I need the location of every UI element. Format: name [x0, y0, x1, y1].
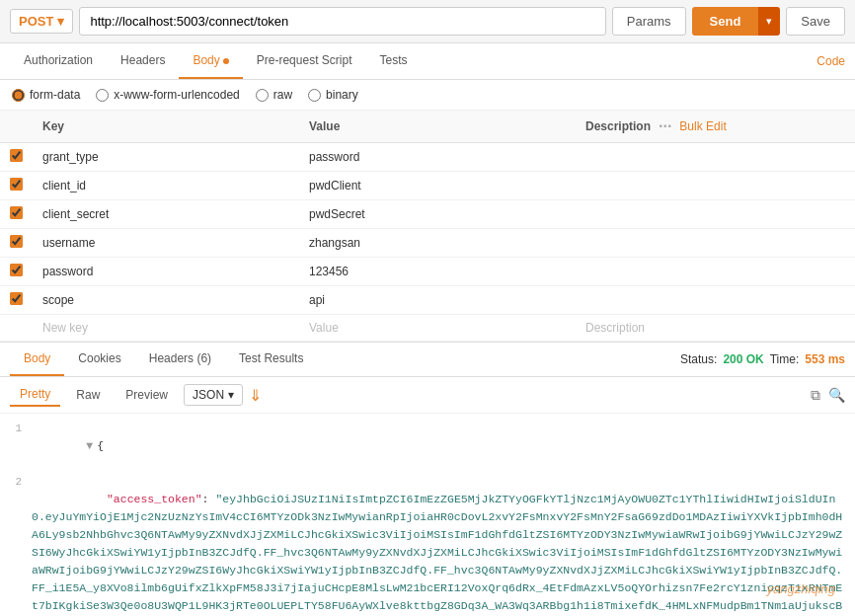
tab-authorization[interactable]: Authorization [10, 43, 107, 79]
row-value[interactable]: api [299, 286, 576, 315]
watermark: yangzhiqing [767, 581, 835, 596]
send-button[interactable]: Send [692, 7, 759, 36]
row-checkbox-cell [0, 286, 33, 315]
params-button[interactable]: Params [612, 7, 686, 36]
res-tab-test-results[interactable]: Test Results [225, 343, 317, 376]
body-type-urlencoded[interactable]: x-www-form-urlencoded [96, 88, 239, 102]
body-type-binary[interactable]: binary [308, 88, 358, 102]
format-tab-pretty[interactable]: Pretty [10, 383, 60, 407]
status-code: 200 OK [723, 352, 763, 366]
row-checkbox[interactable] [10, 235, 23, 248]
table-row: scope api [0, 286, 855, 315]
format-bar: Pretty Raw Preview JSON ▾ ⇓ ⧉ 🔍 [0, 377, 855, 414]
res-tab-headers[interactable]: Headers (6) [135, 343, 225, 376]
code-line-2: 2 "access_token": "eyJhbGciOiJSUzI1NiIsI… [0, 473, 855, 616]
new-row-value[interactable]: Value [299, 315, 576, 342]
table-row: grant_type password [0, 143, 855, 172]
th-checkbox [0, 111, 33, 143]
table-row: username zhangsan [0, 229, 855, 258]
send-btn-group: Send ▾ [692, 7, 781, 36]
tab-tests[interactable]: Tests [365, 43, 421, 79]
row-description[interactable] [576, 258, 855, 286]
copy-button[interactable]: ⧉ [811, 387, 820, 404]
format-actions: ⧉ 🔍 [811, 387, 845, 404]
status-label: Status: [680, 352, 717, 366]
res-tab-cookies[interactable]: Cookies [64, 343, 134, 376]
th-description-group: Description ··· Bulk Edit [576, 111, 855, 143]
row-value[interactable]: pwdSecret [299, 200, 576, 229]
body-types: form-data x-www-form-urlencoded raw bina… [0, 80, 855, 111]
row-checkbox[interactable] [10, 292, 23, 305]
row-value[interactable]: 123456 [299, 258, 576, 286]
top-bar: POST ▾ Params Send ▾ Save [0, 0, 855, 43]
row-checkbox[interactable] [10, 178, 23, 191]
more-icon[interactable]: ··· [659, 117, 671, 135]
request-tabs: Authorization Headers Body Pre-request S… [0, 43, 855, 80]
method-select[interactable]: POST ▾ [10, 9, 73, 34]
th-value: Value [299, 111, 576, 143]
status-info: Status: 200 OK Time: 553 ms [680, 352, 845, 366]
response-tabs: Body Cookies Headers (6) Test Results St… [0, 343, 855, 377]
new-row-checkbox-cell [0, 315, 33, 342]
res-tab-body[interactable]: Body [10, 343, 64, 376]
table-row: client_id pwdClient [0, 172, 855, 200]
method-label: POST [19, 14, 53, 29]
row-checkbox-cell [0, 172, 33, 200]
time-label: Time: [770, 352, 800, 366]
row-checkbox-cell [0, 229, 33, 258]
row-description[interactable] [576, 229, 855, 258]
body-dot [223, 58, 229, 64]
row-key[interactable]: username [33, 229, 299, 258]
response-section: Body Cookies Headers (6) Test Results St… [0, 342, 855, 616]
row-key[interactable]: grant_type [33, 143, 299, 172]
table-row: client_secret pwdSecret [0, 200, 855, 229]
new-row-key[interactable]: New key [33, 315, 299, 342]
row-checkbox[interactable] [10, 149, 23, 162]
method-dropdown-icon: ▾ [57, 14, 64, 29]
row-description[interactable] [576, 200, 855, 229]
json-format-select[interactable]: JSON ▾ [184, 384, 243, 406]
row-description[interactable] [576, 143, 855, 172]
format-tab-raw[interactable]: Raw [66, 384, 110, 406]
th-key: Key [33, 111, 299, 143]
row-value[interactable]: password [299, 143, 576, 172]
table-row: password 123456 [0, 258, 855, 286]
bulk-edit-button[interactable]: Bulk Edit [679, 119, 726, 133]
body-type-form-data[interactable]: form-data [12, 88, 80, 102]
row-checkbox[interactable] [10, 206, 23, 219]
row-value[interactable]: pwdClient [299, 172, 576, 200]
status-time: 553 ms [805, 352, 845, 366]
json-dropdown-icon: ▾ [228, 388, 234, 402]
row-description[interactable] [576, 286, 855, 315]
tab-headers[interactable]: Headers [107, 43, 179, 79]
filter-icon[interactable]: ⇓ [249, 386, 262, 405]
code-link[interactable]: Code [816, 44, 845, 78]
url-input[interactable] [79, 7, 605, 36]
row-key[interactable]: client_id [33, 172, 299, 200]
row-description[interactable] [576, 172, 855, 200]
search-button[interactable]: 🔍 [828, 387, 845, 404]
tab-prerequest[interactable]: Pre-request Script [243, 43, 366, 79]
params-table: Key Value Description ··· Bulk Edit gran… [0, 111, 855, 342]
new-row: New key Value Description [0, 315, 855, 342]
row-key[interactable]: password [33, 258, 299, 286]
tab-body[interactable]: Body [179, 43, 242, 79]
row-key[interactable]: client_secret [33, 200, 299, 229]
body-type-raw[interactable]: raw [256, 88, 292, 102]
code-line-1: 1 ▼{ [0, 420, 855, 473]
expand-toggle[interactable]: ▼ [86, 439, 93, 452]
new-row-description[interactable]: Description [576, 315, 855, 342]
row-checkbox[interactable] [10, 264, 23, 276]
format-tab-preview[interactable]: Preview [116, 384, 178, 406]
row-checkbox-cell [0, 200, 33, 229]
row-checkbox-cell [0, 258, 33, 286]
save-button[interactable]: Save [786, 7, 845, 36]
code-area: 1 ▼{ 2 "access_token": "eyJhbGciOiJSUzI1… [0, 414, 855, 616]
row-checkbox-cell [0, 143, 33, 172]
th-description: Description [585, 119, 651, 133]
row-key[interactable]: scope [33, 286, 299, 315]
row-value[interactable]: zhangsan [299, 229, 576, 258]
send-dropdown-button[interactable]: ▾ [758, 7, 780, 36]
